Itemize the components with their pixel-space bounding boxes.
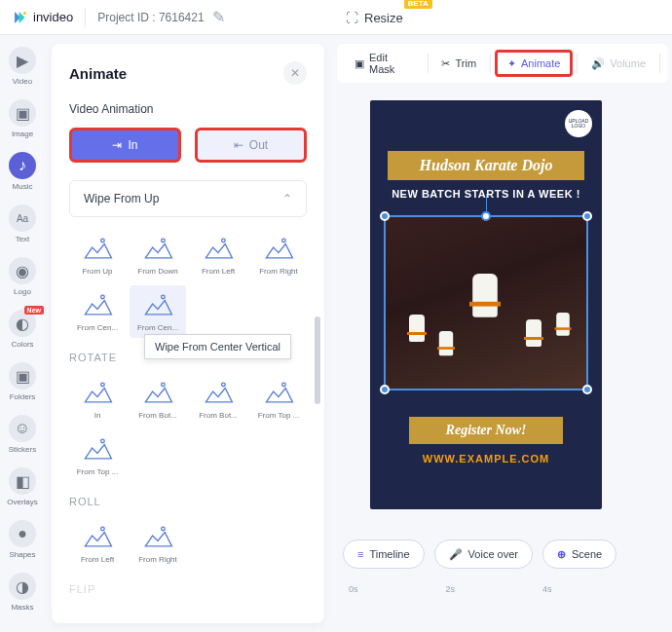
mountain-icon: [140, 235, 175, 262]
anim-label: From Top ...: [258, 411, 300, 420]
volume-icon: 🔊: [591, 57, 605, 70]
mountain-icon: [140, 523, 175, 550]
nav-music[interactable]: ♪Music: [9, 152, 36, 191]
selected-photo[interactable]: [384, 215, 588, 390]
in-icon: ⇥: [112, 138, 122, 152]
anim-from-center-h[interactable]: From Cen...: [69, 285, 126, 338]
tooltip: Wipe From Center Vertical: [144, 334, 291, 359]
chevron-up-icon: ⌃: [282, 192, 292, 205]
voiceover-button[interactable]: 🎤Voice over: [434, 539, 533, 569]
top-bar: invideo Project ID : 7616421 ✎ ⛶ Resize …: [0, 0, 672, 35]
resize-button[interactable]: ⛶ Resize BETA: [346, 0, 403, 35]
mic-icon: 🎤: [449, 548, 463, 561]
animate-button[interactable]: ✦Animate: [495, 50, 573, 77]
logo-nav-icon: ◉: [9, 257, 36, 284]
register-banner[interactable]: Register Now!: [409, 417, 563, 444]
anim-from-down[interactable]: From Down: [130, 229, 186, 281]
separator: [85, 8, 86, 27]
scene-button[interactable]: ⊕Scene: [542, 539, 616, 569]
video-icon: ▶: [9, 47, 36, 74]
mountain-icon: [261, 235, 296, 262]
canvas[interactable]: UPLOAD LOGO Hudson Karate Dojo NEW BATCH…: [370, 100, 602, 509]
in-label: In: [128, 138, 137, 152]
roll-from-left[interactable]: From Left: [69, 517, 126, 570]
timeline-button[interactable]: ≡Timeline: [343, 539, 425, 569]
btool-label: Voice over: [468, 548, 518, 560]
svg-point-3: [222, 239, 226, 242]
anim-label: From Left: [202, 267, 235, 276]
svg-point-10: [282, 383, 286, 387]
nav-label: Masks: [11, 603, 33, 612]
nav-logo[interactable]: ◉Logo: [9, 257, 36, 296]
nav-label: Logo: [14, 287, 31, 296]
scrollbar[interactable]: [315, 316, 320, 404]
website-text[interactable]: WWW.EXAMPLE.COM: [370, 453, 602, 465]
nav-folders[interactable]: ▣Folders: [9, 362, 36, 401]
out-button[interactable]: ⇤Out: [195, 128, 307, 163]
stickers-icon: ☺: [9, 415, 36, 442]
svg-point-0: [23, 12, 26, 15]
beta-badge: BETA: [404, 0, 432, 9]
nav-label: Shapes: [9, 550, 35, 559]
nav-label: Music: [13, 182, 33, 191]
scissors-icon: ✂: [441, 57, 450, 70]
animation-dropdown[interactable]: Wipe From Up ⌃: [69, 180, 307, 217]
nav-video[interactable]: ▶Video: [9, 47, 36, 86]
volume-button[interactable]: 🔊Volume: [581, 50, 655, 77]
timeline-ruler[interactable]: 0s 2s 4s: [343, 584, 662, 613]
sliders-icon: ≡: [357, 548, 363, 560]
upload-logo-placeholder[interactable]: UPLOAD LOGO: [565, 110, 592, 137]
logo[interactable]: invideo: [12, 9, 73, 26]
nav-shapes[interactable]: ●Shapes: [9, 520, 36, 559]
mountain-icon: [140, 379, 175, 406]
rotate-from-bot2[interactable]: From Bot...: [190, 373, 246, 426]
resize-handle-bl[interactable]: [380, 385, 390, 394]
edit-mask-button[interactable]: ▣Edit Mask: [345, 50, 424, 77]
nav-text[interactable]: AaText: [9, 204, 36, 243]
svg-point-2: [162, 239, 166, 242]
rotate-handle[interactable]: [481, 211, 491, 221]
svg-point-13: [162, 527, 166, 531]
rotate-in[interactable]: In: [69, 373, 126, 426]
svg-point-1: [101, 239, 105, 242]
trim-button[interactable]: ✂Trim: [431, 50, 486, 77]
anim-from-center-v[interactable]: From Cen...: [130, 285, 186, 338]
anim-from-up[interactable]: From Up: [69, 229, 126, 281]
rotate-from-top2[interactable]: From Top ...: [69, 429, 126, 482]
mountain-icon: [140, 291, 175, 318]
pencil-icon[interactable]: ✎: [212, 8, 225, 26]
roll-from-right[interactable]: From Right: [130, 517, 186, 570]
rotate-from-top1[interactable]: From Top ...: [250, 373, 307, 426]
mountain-icon: [201, 379, 236, 406]
resize-handle-tr[interactable]: [582, 211, 592, 221]
photo-content: [386, 217, 586, 389]
logo-icon: [12, 9, 29, 26]
project-id: Project ID : 7616421: [97, 11, 204, 24]
tool-label: Volume: [610, 57, 646, 69]
roll-title: ROLL: [69, 496, 307, 507]
nav-stickers[interactable]: ☺Stickers: [9, 415, 36, 454]
title-banner[interactable]: Hudson Karate Dojo: [388, 151, 584, 180]
btool-label: Scene: [572, 548, 602, 560]
nav-colors[interactable]: ◐NewColors: [9, 310, 36, 349]
dropdown-value: Wipe From Up: [84, 192, 159, 205]
mountain-icon: [80, 435, 115, 463]
nav-image[interactable]: ▣Image: [9, 99, 36, 138]
mountain-icon: [201, 235, 236, 262]
out-icon: ⇤: [234, 138, 243, 152]
nav-masks[interactable]: ◑Masks: [9, 573, 36, 612]
resize-handle-br[interactable]: [582, 385, 592, 394]
separator: [428, 54, 429, 73]
nav-label: Overlays: [7, 498, 38, 506]
resize-handle-tl[interactable]: [380, 211, 390, 221]
anim-from-left[interactable]: From Left: [190, 229, 246, 281]
shapes-icon: ●: [9, 520, 36, 547]
animate-panel: Animate ✕ Video Animation ⇥In ⇤Out Wipe …: [52, 44, 324, 623]
anim-from-right[interactable]: From Right: [250, 229, 307, 281]
mountain-icon: [80, 291, 115, 318]
rotate-from-bot1[interactable]: From Bot...: [130, 373, 186, 426]
nav-overlays[interactable]: ◧Overlays: [7, 467, 38, 506]
ruler-tick: 2s: [446, 584, 456, 613]
close-button[interactable]: ✕: [283, 61, 307, 85]
in-button[interactable]: ⇥In: [69, 128, 181, 163]
